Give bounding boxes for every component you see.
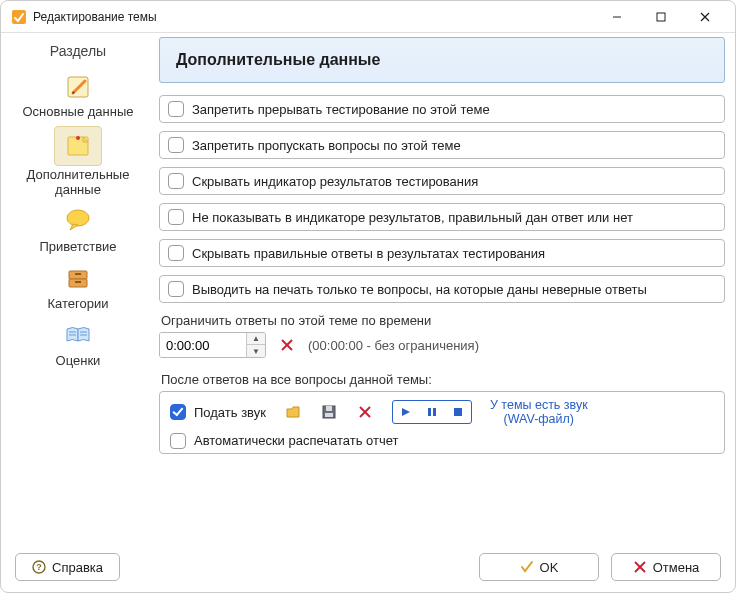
option-label: Не показывать в индикаторе результатов, … — [192, 210, 633, 225]
open-file-icon[interactable] — [284, 403, 302, 421]
media-controls — [392, 400, 472, 424]
svg-rect-2 — [657, 13, 665, 21]
spinner-up[interactable]: ▲ — [247, 333, 265, 345]
svg-marker-24 — [402, 408, 410, 416]
help-icon: ? — [32, 560, 46, 574]
svg-rect-12 — [75, 281, 81, 283]
main-panel: Дополнительные данные Запретить прерыват… — [151, 37, 725, 542]
sound-status-line2: (WAV-файл) — [504, 412, 574, 426]
after-answers-box: Подать звук У темы есть звук — [159, 391, 725, 454]
page-title: Дополнительные данные — [176, 51, 380, 69]
play-sound-label: Подать звук — [194, 405, 266, 420]
option-label: Выводить на печать только те вопросы, на… — [192, 282, 647, 297]
time-limit-hint: (00:00:00 - без ограничения) — [308, 338, 479, 353]
checkbox[interactable] — [168, 137, 184, 153]
option-hide-answers[interactable]: Скрывать правильные ответы в результатах… — [159, 239, 725, 267]
sound-status-line1: У темы есть звук — [490, 398, 588, 412]
time-limit-input[interactable] — [160, 333, 246, 357]
sticky-note-icon — [54, 126, 102, 166]
checkbox[interactable] — [170, 404, 186, 420]
svg-rect-25 — [428, 408, 431, 416]
svg-rect-0 — [12, 10, 26, 24]
svg-rect-20 — [326, 406, 332, 411]
sidebar-item-label: Оценки — [56, 354, 101, 369]
sound-status: У темы есть звук (WAV-файл) — [490, 398, 588, 427]
sidebar-item-label: Основные данные — [22, 105, 133, 120]
close-button[interactable] — [683, 3, 727, 31]
open-book-icon — [61, 318, 95, 352]
sidebar-item-main-data[interactable]: Основные данные — [18, 65, 138, 122]
clear-sound-icon[interactable] — [356, 403, 374, 421]
svg-point-7 — [76, 136, 80, 140]
option-label: Запретить прерывать тестирование по этой… — [192, 102, 490, 117]
svg-rect-27 — [454, 408, 462, 416]
option-label: Скрывать индикатор результатов тестирова… — [192, 174, 478, 189]
option-hide-indicator[interactable]: Скрывать индикатор результатов тестирова… — [159, 167, 725, 195]
minimize-button[interactable] — [595, 3, 639, 31]
svg-rect-26 — [433, 408, 436, 416]
sidebar-item-label: Дополнительные данные — [27, 168, 130, 198]
sidebar-item-additional-data[interactable]: Дополнительные данные — [18, 122, 138, 200]
auto-print-label: Автоматически распечатать отчет — [194, 433, 399, 448]
window-title: Редактирование темы — [33, 10, 157, 24]
option-forbid-skip[interactable]: Запретить пропускать вопросы по этой тем… — [159, 131, 725, 159]
svg-rect-11 — [75, 273, 81, 275]
drawer-icon — [61, 261, 95, 295]
checkbox[interactable] — [168, 101, 184, 117]
stop-button[interactable] — [447, 403, 469, 421]
footer: ? Справка OK Отмена — [1, 546, 735, 590]
cancel-icon — [633, 560, 647, 574]
cancel-label: Отмена — [653, 560, 700, 575]
sidebar-title: Разделы — [50, 43, 106, 59]
play-sound-option[interactable]: Подать звук — [170, 404, 266, 420]
option-label: Скрывать правильные ответы в результатах… — [192, 246, 545, 261]
svg-point-8 — [67, 210, 89, 226]
checkbox[interactable] — [168, 173, 184, 189]
cancel-button[interactable]: Отмена — [611, 553, 721, 581]
check-icon — [520, 560, 534, 574]
checkbox[interactable] — [168, 245, 184, 261]
pause-button[interactable] — [421, 403, 443, 421]
checkbox[interactable] — [170, 433, 186, 449]
help-button[interactable]: ? Справка — [15, 553, 120, 581]
sidebar-item-greeting[interactable]: Приветствие — [18, 200, 138, 257]
help-label: Справка — [52, 560, 103, 575]
option-print-wrong-only[interactable]: Выводить на печать только те вопросы, на… — [159, 275, 725, 303]
sidebar: Разделы Основные данные Дополнительные д… — [5, 37, 151, 542]
ok-label: OK — [540, 560, 559, 575]
titlebar: Редактирование темы — [1, 1, 735, 33]
auto-print-option[interactable]: Автоматически распечатать отчет — [170, 433, 714, 449]
speech-bubble-icon — [61, 204, 95, 238]
svg-rect-21 — [325, 413, 333, 417]
time-limit-label: Ограничить ответы по этой теме по времен… — [161, 313, 725, 328]
save-file-icon[interactable] — [320, 403, 338, 421]
sidebar-item-label: Категории — [48, 297, 109, 312]
app-icon — [11, 9, 27, 25]
maximize-button[interactable] — [639, 3, 683, 31]
checkbox[interactable] — [168, 209, 184, 225]
sidebar-item-label: Приветствие — [39, 240, 116, 255]
after-answers-label: После ответов на все вопросы данной темы… — [161, 372, 725, 387]
checkbox[interactable] — [168, 281, 184, 297]
sidebar-item-categories[interactable]: Категории — [18, 257, 138, 314]
svg-text:?: ? — [36, 562, 42, 572]
page-header: Дополнительные данные — [159, 37, 725, 83]
pencil-note-icon — [61, 69, 95, 103]
clear-time-icon[interactable] — [278, 336, 296, 354]
play-button[interactable] — [395, 403, 417, 421]
ok-button[interactable]: OK — [479, 553, 599, 581]
option-hide-correctness[interactable]: Не показывать в индикаторе результатов, … — [159, 203, 725, 231]
time-limit-spinner[interactable]: ▲ ▼ — [159, 332, 266, 358]
option-forbid-interrupt[interactable]: Запретить прерывать тестирование по этой… — [159, 95, 725, 123]
sidebar-item-grades[interactable]: Оценки — [18, 314, 138, 371]
spinner-down[interactable]: ▼ — [247, 345, 265, 357]
option-label: Запретить пропускать вопросы по этой тем… — [192, 138, 461, 153]
